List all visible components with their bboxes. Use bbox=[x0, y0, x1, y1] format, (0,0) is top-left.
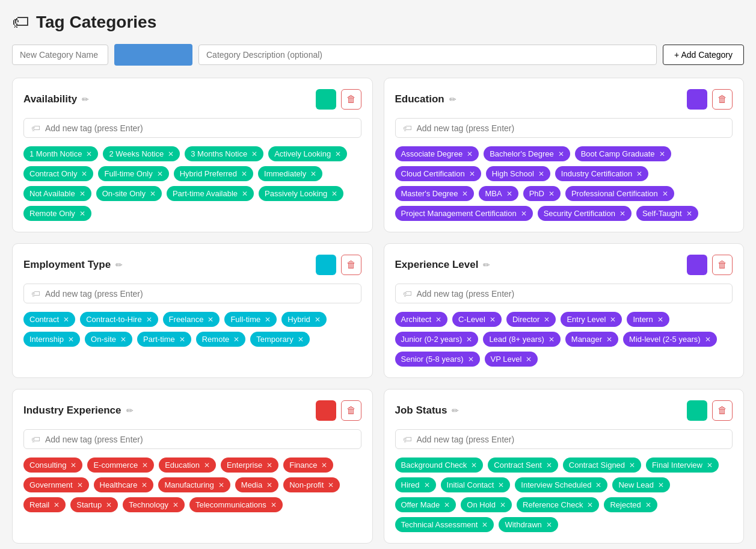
tag-remove-button[interactable]: ✕ bbox=[251, 150, 257, 158]
tag-remove-button[interactable]: ✕ bbox=[173, 501, 179, 509]
tag-remove-button[interactable]: ✕ bbox=[168, 150, 174, 158]
tag-remove-button[interactable]: ✕ bbox=[471, 461, 477, 470]
tag-remove-button[interactable]: ✕ bbox=[321, 461, 327, 470]
tag-remove-button[interactable]: ✕ bbox=[271, 501, 277, 509]
tag-input-experience-level[interactable] bbox=[417, 289, 725, 299]
color-button-job-status[interactable] bbox=[687, 400, 707, 421]
tag-remove-button[interactable]: ✕ bbox=[658, 481, 664, 489]
delete-button-industry-experience[interactable]: 🗑 bbox=[341, 400, 361, 421]
tag-remove-button[interactable]: ✕ bbox=[538, 170, 544, 178]
tag-remove-button[interactable]: ✕ bbox=[686, 209, 692, 218]
tag-remove-button[interactable]: ✕ bbox=[77, 481, 83, 489]
new-category-name-input[interactable] bbox=[12, 45, 108, 65]
tag-remove-button[interactable]: ✕ bbox=[81, 170, 87, 178]
tag-remove-button[interactable]: ✕ bbox=[707, 461, 713, 470]
tag-remove-button[interactable]: ✕ bbox=[146, 315, 152, 324]
tag-remove-button[interactable]: ✕ bbox=[500, 501, 506, 509]
tag-remove-button[interactable]: ✕ bbox=[298, 335, 304, 344]
color-button-industry-experience[interactable] bbox=[316, 400, 336, 421]
tag-remove-button[interactable]: ✕ bbox=[157, 170, 163, 178]
tag-remove-button[interactable]: ✕ bbox=[657, 315, 663, 324]
tag-input-education[interactable] bbox=[417, 123, 725, 133]
tag-remove-button[interactable]: ✕ bbox=[142, 461, 148, 470]
tag-remove-button[interactable]: ✕ bbox=[521, 209, 527, 218]
tag-remove-button[interactable]: ✕ bbox=[241, 170, 247, 178]
tag-remove-button[interactable]: ✕ bbox=[63, 315, 69, 324]
tag-remove-button[interactable]: ✕ bbox=[328, 481, 334, 489]
tag-remove-button[interactable]: ✕ bbox=[619, 209, 625, 218]
tag-remove-button[interactable]: ✕ bbox=[79, 190, 85, 198]
tag-remove-button[interactable]: ✕ bbox=[636, 170, 642, 178]
color-picker-swatch[interactable] bbox=[114, 44, 192, 66]
tag-remove-button[interactable]: ✕ bbox=[659, 150, 665, 158]
add-category-button[interactable]: + Add Category bbox=[663, 45, 744, 65]
delete-button-employment-type[interactable]: 🗑 bbox=[341, 255, 361, 275]
edit-icon-employment-type[interactable]: ✏ bbox=[115, 260, 123, 270]
delete-button-availability[interactable]: 🗑 bbox=[341, 89, 361, 110]
tag-remove-button[interactable]: ✕ bbox=[546, 521, 552, 529]
tag-input-employment-type[interactable] bbox=[45, 289, 354, 299]
tag-remove-button[interactable]: ✕ bbox=[335, 150, 341, 158]
tag-remove-button[interactable]: ✕ bbox=[265, 315, 271, 324]
delete-button-job-status[interactable]: 🗑 bbox=[712, 400, 733, 421]
tag-remove-button[interactable]: ✕ bbox=[204, 461, 210, 470]
tag-remove-button[interactable]: ✕ bbox=[467, 150, 473, 158]
tag-remove-button[interactable]: ✕ bbox=[498, 481, 504, 489]
color-button-education[interactable] bbox=[687, 89, 707, 110]
tag-remove-button[interactable]: ✕ bbox=[506, 190, 512, 198]
tag-remove-button[interactable]: ✕ bbox=[86, 150, 92, 158]
tag-remove-button[interactable]: ✕ bbox=[482, 521, 488, 529]
edit-icon-job-status[interactable]: ✏ bbox=[452, 406, 459, 415]
tag-remove-button[interactable]: ✕ bbox=[462, 190, 468, 198]
tag-remove-button[interactable]: ✕ bbox=[179, 335, 185, 344]
tag-remove-button[interactable]: ✕ bbox=[595, 481, 601, 489]
tag-remove-button[interactable]: ✕ bbox=[54, 501, 60, 509]
tag-remove-button[interactable]: ✕ bbox=[266, 461, 272, 470]
tag-remove-button[interactable]: ✕ bbox=[68, 335, 74, 344]
edit-icon-experience-level[interactable]: ✏ bbox=[483, 260, 490, 270]
color-button-experience-level[interactable] bbox=[687, 255, 707, 275]
tag-remove-button[interactable]: ✕ bbox=[242, 190, 248, 198]
tag-remove-button[interactable]: ✕ bbox=[141, 481, 147, 489]
tag-remove-button[interactable]: ✕ bbox=[424, 481, 430, 489]
tag-remove-button[interactable]: ✕ bbox=[469, 170, 475, 178]
color-button-employment-type[interactable] bbox=[316, 255, 336, 275]
tag-remove-button[interactable]: ✕ bbox=[233, 335, 239, 344]
tag-remove-button[interactable]: ✕ bbox=[331, 190, 337, 198]
tag-remove-button[interactable]: ✕ bbox=[315, 315, 321, 324]
tag-remove-button[interactable]: ✕ bbox=[705, 335, 711, 344]
tag-remove-button[interactable]: ✕ bbox=[544, 315, 550, 324]
tag-remove-button[interactable]: ✕ bbox=[662, 190, 668, 198]
tag-remove-button[interactable]: ✕ bbox=[218, 481, 224, 489]
delete-button-experience-level[interactable]: 🗑 bbox=[712, 255, 733, 275]
tag-remove-button[interactable]: ✕ bbox=[606, 335, 612, 344]
edit-icon-education[interactable]: ✏ bbox=[449, 95, 456, 104]
edit-icon-industry-experience[interactable]: ✏ bbox=[126, 406, 134, 415]
tag-remove-button[interactable]: ✕ bbox=[645, 501, 651, 509]
tag-remove-button[interactable]: ✕ bbox=[610, 315, 616, 324]
tag-remove-button[interactable]: ✕ bbox=[435, 315, 441, 324]
tag-remove-button[interactable]: ✕ bbox=[558, 150, 564, 158]
tag-remove-button[interactable]: ✕ bbox=[266, 481, 272, 489]
tag-remove-button[interactable]: ✕ bbox=[106, 501, 112, 509]
tag-remove-button[interactable]: ✕ bbox=[546, 461, 552, 470]
tag-remove-button[interactable]: ✕ bbox=[549, 190, 555, 198]
tag-remove-button[interactable]: ✕ bbox=[549, 335, 555, 344]
tag-remove-button[interactable]: ✕ bbox=[490, 315, 496, 324]
delete-button-education[interactable]: 🗑 bbox=[712, 89, 733, 110]
tag-input-availability[interactable] bbox=[45, 123, 354, 133]
tag-input-job-status[interactable] bbox=[417, 435, 725, 444]
tag-remove-button[interactable]: ✕ bbox=[468, 355, 474, 364]
tag-remove-button[interactable]: ✕ bbox=[587, 501, 593, 509]
category-description-input[interactable] bbox=[198, 45, 657, 65]
tag-remove-button[interactable]: ✕ bbox=[79, 209, 85, 218]
tag-remove-button[interactable]: ✕ bbox=[70, 461, 76, 470]
tag-remove-button[interactable]: ✕ bbox=[444, 501, 450, 509]
tag-remove-button[interactable]: ✕ bbox=[120, 335, 126, 344]
tag-remove-button[interactable]: ✕ bbox=[466, 335, 472, 344]
tag-input-industry-experience[interactable] bbox=[45, 435, 354, 444]
tag-remove-button[interactable]: ✕ bbox=[629, 461, 635, 470]
tag-remove-button[interactable]: ✕ bbox=[207, 315, 214, 324]
tag-remove-button[interactable]: ✕ bbox=[526, 355, 532, 364]
color-button-availability[interactable] bbox=[316, 89, 336, 110]
